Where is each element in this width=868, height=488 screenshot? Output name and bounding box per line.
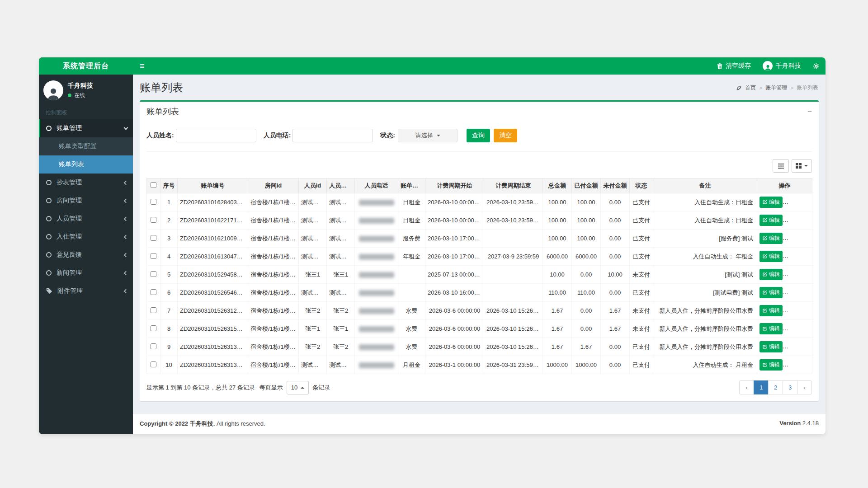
collapse-icon[interactable]: − (807, 108, 812, 116)
redacted-phone (359, 218, 394, 224)
cell-person-phone (355, 211, 398, 230)
row-checkbox[interactable] (151, 307, 156, 313)
bill-detail-button[interactable]: 账单明细 (784, 305, 812, 316)
cell-index: 3 (160, 230, 178, 248)
breadcrumb-home[interactable]: 首页 (745, 84, 756, 92)
cell-period-start: 2025-07-13 00:00:00 (425, 266, 484, 284)
column-header: 计费周期开始 (425, 178, 484, 193)
pagination-page-3[interactable]: 3 (783, 380, 797, 394)
sidebar-item-4[interactable]: 人员管理 (39, 210, 133, 228)
cell-bill-type (398, 266, 425, 284)
row-checkbox[interactable] (151, 253, 156, 259)
edit-button[interactable]: 编辑 (760, 359, 783, 371)
clear-cache-button[interactable]: 清空缓存 (711, 57, 757, 75)
cell-person-name: 测试账单 (327, 284, 355, 302)
row-checkbox[interactable] (151, 325, 156, 331)
cell-actions: 编辑账单明细 (757, 284, 812, 302)
clear-button[interactable]: 清空 (494, 129, 517, 142)
cell-unpaid: 1.67 (601, 302, 630, 320)
row-checkbox[interactable] (151, 289, 156, 295)
edit-button[interactable]: 编辑 (760, 305, 783, 316)
edit-button[interactable]: 编辑 (760, 323, 783, 334)
per-page-suffix: 条记录 (312, 384, 330, 392)
content-area: 账单列表 首页 > 账单管理 > 账单列表 账单列表 − 人员姓名: (133, 75, 826, 434)
submenu-item[interactable]: 账单类型配置 (39, 137, 133, 155)
navbar-user-menu[interactable]: 千舟科技 (757, 57, 807, 75)
submenu-item[interactable]: 账单列表 (39, 155, 133, 174)
table-row: 9ZD202603101526313476宿舍楼/1栋/1楼/102张三2张三2… (147, 338, 812, 356)
edit-button[interactable]: 编辑 (760, 197, 783, 208)
breadcrumb-bill-mgmt[interactable]: 账单管理 (765, 84, 787, 92)
sidebar-item-6[interactable]: 意见反馈 (39, 246, 133, 264)
edit-button[interactable]: 编辑 (760, 341, 783, 352)
sidebar-item-1[interactable]: 账单管理 (39, 119, 133, 137)
row-checkbox[interactable] (151, 217, 156, 223)
cell-paid: 0.00 (572, 266, 601, 284)
pagination-page-1[interactable]: 1 (754, 380, 769, 394)
person-icon (46, 86, 61, 100)
sidebar-item-5[interactable]: 入住管理 (39, 228, 133, 246)
sidebar-item-7[interactable]: 新闻管理 (39, 264, 133, 282)
row-checkbox[interactable] (151, 271, 156, 277)
edit-button[interactable]: 编辑 (760, 287, 783, 298)
edit-button[interactable]: 编辑 (760, 269, 783, 280)
cell-person-phone (355, 302, 398, 320)
bill-detail-button[interactable]: 账单明细 (784, 251, 812, 262)
bill-detail-button[interactable]: 账单明细 (784, 323, 812, 334)
sidebar-item-label: 房间管理 (57, 197, 82, 205)
pagination-next[interactable]: › (797, 380, 812, 394)
row-checkbox[interactable] (151, 343, 156, 349)
status-select[interactable]: 请选择 (398, 129, 458, 142)
sidebar-toggle-icon[interactable]: ≡ (133, 57, 151, 75)
breadcrumb: 首页 > 账单管理 > 账单列表 (736, 84, 818, 92)
edit-button[interactable]: 编辑 (760, 215, 783, 226)
list-view-button[interactable] (773, 159, 789, 173)
person-phone-input[interactable] (292, 129, 373, 142)
row-checkbox[interactable] (151, 361, 156, 367)
cell-paid: 100.00 (572, 230, 601, 248)
cell-period-end (484, 230, 543, 248)
cell-status: 未支付 (630, 302, 653, 320)
edit-button[interactable]: 编辑 (760, 233, 783, 244)
cell-paid: 100.00 (572, 193, 601, 211)
bill-detail-button[interactable]: 账单明细 (784, 287, 812, 298)
filter-bar: 人员姓名: 人员电话: 状态: 请选择 查询 清空 (146, 125, 812, 152)
cell-person-phone (355, 266, 398, 284)
cell-index: 8 (160, 320, 178, 338)
sidebar-section-label: 控制面板 (39, 105, 133, 119)
settings-gear-button[interactable] (807, 57, 826, 75)
columns-toggle-button[interactable] (792, 159, 812, 173)
cell-status: 已支付 (630, 248, 653, 266)
submenu: 账单类型配置账单列表 (39, 137, 133, 174)
redacted-phone (359, 254, 394, 260)
cell-paid: 1000.00 (572, 356, 601, 374)
row-checkbox[interactable] (151, 199, 156, 205)
bill-detail-button[interactable]: 账单明细 (784, 197, 812, 208)
bill-detail-button[interactable]: 账单明细 (784, 215, 812, 226)
bill-detail-button[interactable]: 账单明细 (784, 359, 812, 371)
cell-person-phone (355, 230, 398, 248)
sidebar-item-2[interactable]: 抄表管理 (39, 174, 133, 192)
sidebar-item-8[interactable]: 附件管理 (39, 282, 133, 300)
cell-total: 1.67 (543, 338, 572, 356)
search-button[interactable]: 查询 (467, 129, 490, 142)
row-checkbox[interactable] (151, 235, 156, 241)
cell-person-name: 测试账单 (327, 193, 355, 211)
pagination-page-2[interactable]: 2 (768, 380, 783, 394)
row-select-cell (147, 248, 160, 266)
per-page-select[interactable]: 10 (287, 381, 309, 394)
bill-table: 序号账单编号房间id人员id人员姓名人员电话账单类型计费周期开始计费周期结束总金… (146, 178, 812, 374)
person-name-input[interactable] (176, 129, 256, 142)
pagination-prev[interactable]: ‹ (739, 380, 754, 394)
gears-icon (813, 63, 820, 70)
redacted-phone (359, 362, 394, 368)
select-all-checkbox[interactable] (151, 182, 156, 188)
bill-detail-button[interactable]: 账单明细 (784, 233, 812, 244)
cell-unpaid: 0.00 (601, 193, 630, 211)
cell-period-start: 2026-03-6 00:00:00 (425, 320, 484, 338)
bill-detail-button[interactable]: 账单明细 (784, 269, 812, 280)
column-header: 人员id (299, 178, 327, 193)
bill-detail-button[interactable]: 账单明细 (784, 341, 812, 352)
edit-button[interactable]: 编辑 (760, 251, 783, 262)
sidebar-item-3[interactable]: 房间管理 (39, 192, 133, 210)
